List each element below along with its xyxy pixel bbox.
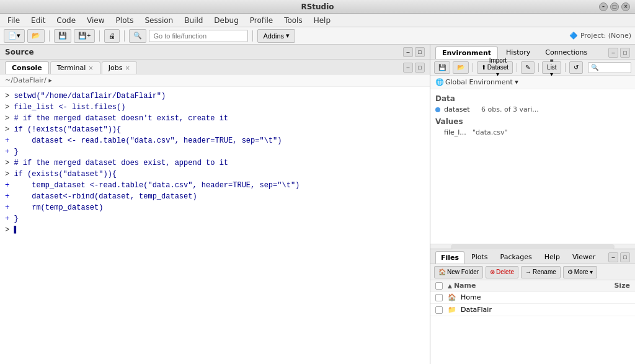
files-name-column[interactable]: ▲ Name <box>448 282 593 290</box>
home-icon: 🏠 <box>448 293 456 301</box>
env-minimize-button[interactable]: – <box>608 48 618 58</box>
files-minimize-button[interactable]: – <box>608 252 618 262</box>
console-breadcrumb: ~/DataFlair/ ▸ <box>0 74 430 87</box>
files-row-home[interactable]: 🏠 Home <box>430 291 635 304</box>
more-button[interactable]: ⚙ More ▾ <box>563 266 598 278</box>
env-toolbar: 💾 📂 ⬆ Import Dataset ▾ ✎ ≡ List ▾ ↺ <box>430 60 635 76</box>
tab-packages[interactable]: Packages <box>495 251 538 264</box>
console-line-1: > setwd("/home/dataflair/DataFlair") <box>5 91 425 102</box>
save-button[interactable]: 💾 <box>54 29 71 43</box>
console-maximize-button[interactable]: □ <box>415 63 425 73</box>
menu-build[interactable]: Build <box>179 15 208 26</box>
sort-asc-icon: ▲ <box>448 283 452 289</box>
menu-file[interactable]: File <box>2 15 25 26</box>
tab-console[interactable]: Console <box>5 61 49 74</box>
import-dataset-button[interactable]: ⬆ Import Dataset ▾ <box>477 61 513 74</box>
find-button[interactable]: 🔍 <box>129 29 146 43</box>
rename-button[interactable]: → Rename <box>521 266 561 278</box>
menu-session[interactable]: Session <box>140 15 178 26</box>
close-button[interactable]: × <box>621 2 630 11</box>
env-globe-icon: 🌐 <box>435 78 444 86</box>
window-controls: – □ × <box>599 2 630 11</box>
console-tabs-bar: Console Terminal × Jobs × – □ <box>0 60 430 74</box>
left-panel: Source – □ Console Terminal × Jobs × <box>0 45 430 364</box>
env-dot-icon <box>435 107 440 112</box>
global-env-select[interactable]: 🌐 Global Environment ▾ <box>435 78 518 86</box>
tab-plots[interactable]: Plots <box>466 251 493 264</box>
env-scrollbar[interactable] <box>430 244 635 249</box>
console-line-6: + } <box>5 146 425 158</box>
terminal-close-icon[interactable]: × <box>88 64 93 71</box>
console-line-7: > # if the merged dataset does exist, ap… <box>5 158 425 169</box>
menubar: File Edit Code View Plots Session Build … <box>0 14 635 27</box>
new-file-button[interactable]: 📄▾ <box>4 29 25 43</box>
files-content: ▲ Name Size 🏠 Home <box>430 280 635 364</box>
open-file-button[interactable]: 📂 <box>27 29 45 43</box>
source-minimize-button[interactable]: – <box>403 47 413 57</box>
tab-files[interactable]: Files <box>435 251 464 264</box>
home-checkbox[interactable] <box>435 294 443 301</box>
files-size-column[interactable]: Size <box>593 282 630 290</box>
dataflair-checkbox[interactable] <box>435 306 443 314</box>
save-all-button[interactable]: 💾+ <box>74 29 95 43</box>
files-maximize-button[interactable]: □ <box>620 252 630 262</box>
main-layout: Source – □ Console Terminal × Jobs × <box>0 45 635 364</box>
goto-input[interactable] <box>149 30 248 42</box>
menu-plots[interactable]: Plots <box>111 15 139 26</box>
console-line-11: + rm(temp_dataset) <box>5 202 425 213</box>
folder-icon: 📁 <box>448 306 456 314</box>
menu-edit[interactable]: Edit <box>26 15 50 26</box>
project-label: 🔷 Project: (None) <box>569 32 631 40</box>
env-save-button[interactable]: 💾 <box>434 61 450 74</box>
separator-2 <box>99 30 100 42</box>
source-header: Source – □ <box>0 45 430 60</box>
breadcrumb-path: ~/DataFlair/ <box>5 76 47 84</box>
source-controls: – □ <box>403 47 425 57</box>
menu-debug[interactable]: Debug <box>209 15 243 26</box>
env-tab-group: Environment History Connections <box>435 46 595 59</box>
new-folder-button[interactable]: 🏠 New Folder <box>434 266 483 278</box>
tab-terminal[interactable]: Terminal × <box>50 61 100 74</box>
menu-help[interactable]: Help <box>309 15 335 26</box>
tab-viewer[interactable]: Viewer <box>567 251 601 264</box>
console-minimize-button[interactable]: – <box>403 63 413 73</box>
project-icon: 🔷 <box>569 32 578 40</box>
env-separator-4 <box>565 63 566 72</box>
delete-button[interactable]: ⊗ Delete <box>486 266 518 278</box>
source-maximize-button[interactable]: □ <box>415 47 425 57</box>
dataflair-label: DataFlair <box>461 306 492 314</box>
console-area[interactable]: > setwd("/home/dataflair/DataFlair") > f… <box>0 87 430 364</box>
menu-tools[interactable]: Tools <box>279 15 308 26</box>
tab-jobs[interactable]: Jobs × <box>102 61 137 74</box>
global-env-bar: 🌐 Global Environment ▾ <box>430 76 635 89</box>
files-panel: Files Plots Packages Help Viewer – □ 🏠 N… <box>430 249 635 364</box>
env-load-button[interactable]: 📂 <box>453 61 469 74</box>
files-toolbar: 🏠 New Folder ⊗ Delete → Rename ⚙ More ▾ <box>430 264 635 280</box>
addins-button[interactable]: Addins ▾ <box>257 29 295 43</box>
menu-code[interactable]: Code <box>51 15 81 26</box>
print-button[interactable]: 🖨 <box>104 29 120 43</box>
addins-dropdown-icon: ▾ <box>286 32 290 40</box>
env-edit-button[interactable]: ✎ <box>521 61 535 74</box>
titlebar: RStudio – □ × <box>0 0 635 14</box>
console-tab-controls: – □ <box>403 63 425 73</box>
env-list-button[interactable]: ≡ List ▾ <box>542 61 561 74</box>
env-refresh-button[interactable]: ↺ <box>569 61 583 74</box>
menu-profile[interactable]: Profile <box>245 15 278 26</box>
files-row-dataflair[interactable]: 📁 DataFlair <box>430 304 635 316</box>
files-check-all[interactable] <box>435 282 448 290</box>
env-maximize-button[interactable]: □ <box>620 48 630 58</box>
env-dataset-row[interactable]: dataset 6 obs. of 3 vari... <box>435 104 630 115</box>
menu-view[interactable]: View <box>82 15 109 26</box>
toolbar: 📄▾ 📂 💾 💾+ 🖨 🔍 Addins ▾ 🔷 Project: (None) <box>0 27 635 45</box>
env-filelist-row[interactable]: file_l... "data.csv" <box>435 127 630 138</box>
jobs-close-icon[interactable]: × <box>125 64 130 71</box>
maximize-button[interactable]: □ <box>610 2 619 11</box>
tab-help[interactable]: Help <box>539 251 566 264</box>
env-search-input[interactable] <box>588 62 631 73</box>
console-line-cursor: > ▌ <box>5 224 425 236</box>
console-line-10: + dataset<-rbind(dataset, temp_dataset) <box>5 191 425 202</box>
env-separator-3 <box>538 63 539 72</box>
minimize-button[interactable]: – <box>599 2 608 11</box>
console-line-9: + temp_dataset <-read.table("data.csv", … <box>5 180 425 191</box>
